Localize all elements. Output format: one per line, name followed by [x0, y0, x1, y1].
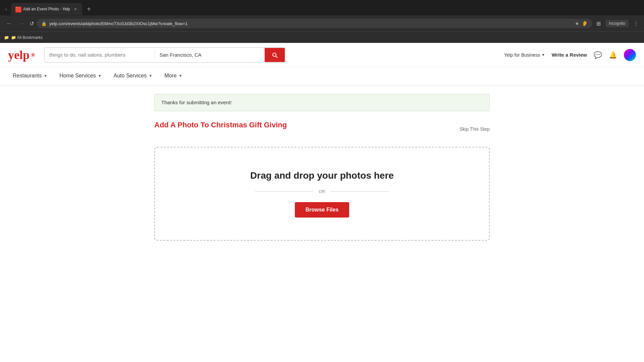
url-text: yelp.com/events/addphoto/EMmcTXc0Jd3b2XI… — [49, 21, 572, 26]
back-button[interactable]: ← — [4, 19, 14, 28]
forward-button[interactable]: → — [17, 19, 27, 28]
write-review-link[interactable]: Write a Review — [551, 52, 587, 58]
search-input[interactable] — [45, 48, 155, 62]
nav-arrow-auto-services: ▼ — [149, 74, 152, 78]
bookmarks-label: 📁 All Bookmarks — [11, 35, 43, 40]
tab-list-arrow[interactable]: ‹ — [3, 5, 10, 13]
header-right: Yelp for Business ▼ Write a Review 💬 🔔 — [504, 49, 636, 61]
success-message: Thanks for submitting an event! — [161, 100, 231, 105]
nav-arrow-more: ▼ — [179, 74, 182, 78]
upload-title: Drag and drop your photos here — [250, 170, 394, 181]
success-banner: Thanks for submitting an event! — [154, 94, 490, 111]
nav-label-auto-services: Auto Services — [114, 73, 147, 79]
skip-step-link[interactable]: Skip This Step — [460, 126, 490, 132]
yelp-nav: Restaurants ▼ Home Services ▼ Auto Servi… — [0, 67, 644, 86]
yelp-logo[interactable]: yelp ✳ — [8, 48, 36, 62]
refresh-button[interactable]: ↺ — [30, 20, 34, 27]
search-button[interactable] — [265, 48, 285, 62]
browser-toolbar: ← → ↺ 🔒 yelp.com/events/addphoto/EMmcTXc… — [0, 15, 644, 32]
or-line-right — [331, 191, 389, 192]
browse-files-button[interactable]: Browse Files — [295, 202, 350, 218]
business-link-chevron: ▼ — [541, 53, 545, 57]
bookmarks-bar: 📁 📁 All Bookmarks — [0, 32, 644, 43]
browser-tab-bar: ‹ 🟥 Add an Event Photo - Yelp × + — [0, 0, 644, 15]
yelp-logo-burst: ✳ — [30, 51, 36, 59]
business-link-text: Yelp for Business — [504, 52, 540, 58]
bookmarks-folder-icon: 📁 — [4, 35, 9, 40]
notifications-icon[interactable]: 🔔 — [609, 51, 617, 59]
menu-button[interactable]: ⋮ — [632, 19, 640, 28]
profile-button[interactable]: Incognito — [605, 20, 629, 27]
avatar[interactable] — [624, 49, 636, 61]
new-tab-button[interactable]: + — [84, 4, 94, 14]
extensions-button[interactable]: ⊞ — [595, 19, 602, 28]
incognito-label: Incognito — [609, 21, 625, 26]
bookmark-star-icon[interactable]: ★ — [575, 21, 579, 26]
browser-chrome: ‹ 🟥 Add an Event Photo - Yelp × + ← → ↺ … — [0, 0, 644, 43]
browser-tab-active[interactable]: 🟥 Add an Event Photo - Yelp × — [11, 3, 82, 15]
yelp-page: yelp ✳ San Francisco, CA Yelp for Busine… — [0, 43, 644, 249]
yelp-search-bar: San Francisco, CA — [44, 47, 285, 63]
address-bar[interactable]: 🔒 yelp.com/events/addphoto/EMmcTXc0Jd3b2… — [37, 19, 592, 28]
location-input[interactable]: San Francisco, CA — [155, 48, 265, 62]
upload-or-row: OR — [255, 189, 389, 194]
security-icon: 🔒 — [41, 21, 47, 26]
yelp-logo-text: yelp — [8, 48, 30, 62]
nav-arrow-home-services: ▼ — [98, 74, 102, 78]
page-title: Add A Photo To Christmas Gift Giving — [154, 121, 287, 129]
nav-item-auto-services[interactable]: Auto Services ▼ — [109, 67, 157, 85]
page-title-prefix: Add A Photo To — [154, 121, 211, 129]
bookmarks-folder[interactable]: 📁 📁 All Bookmarks — [4, 35, 43, 40]
tab-close-button[interactable]: × — [73, 6, 78, 12]
yelp-header: yelp ✳ San Francisco, CA Yelp for Busine… — [0, 43, 644, 67]
page-title-event: Christmas Gift Giving — [211, 121, 287, 129]
page-content: Thanks for submitting an event! Add A Ph… — [148, 86, 496, 249]
tab-title: Add an Event Photo - Yelp — [23, 7, 70, 11]
or-line-left — [255, 191, 313, 192]
nav-label-more: More — [164, 73, 176, 79]
nav-arrow-restaurants: ▼ — [44, 74, 47, 78]
tab-favicon: 🟥 — [15, 6, 20, 12]
reader-mode-icon[interactable]: 👂 — [582, 21, 588, 26]
messages-icon[interactable]: 💬 — [594, 51, 602, 59]
or-text: OR — [319, 189, 325, 194]
nav-label-restaurants: Restaurants — [13, 73, 42, 79]
business-link[interactable]: Yelp for Business ▼ — [504, 52, 545, 58]
title-row: Add A Photo To Christmas Gift Giving Ski… — [154, 121, 490, 137]
browser-toolbar-right: ⊞ Incognito ⋮ — [595, 19, 640, 28]
search-icon — [271, 52, 278, 58]
upload-area[interactable]: Drag and drop your photos here OR Browse… — [154, 147, 490, 241]
nav-item-more[interactable]: More ▼ — [160, 67, 187, 85]
nav-item-restaurants[interactable]: Restaurants ▼ — [8, 67, 52, 85]
nav-label-home-services: Home Services — [59, 73, 96, 79]
nav-item-home-services[interactable]: Home Services ▼ — [55, 67, 106, 85]
